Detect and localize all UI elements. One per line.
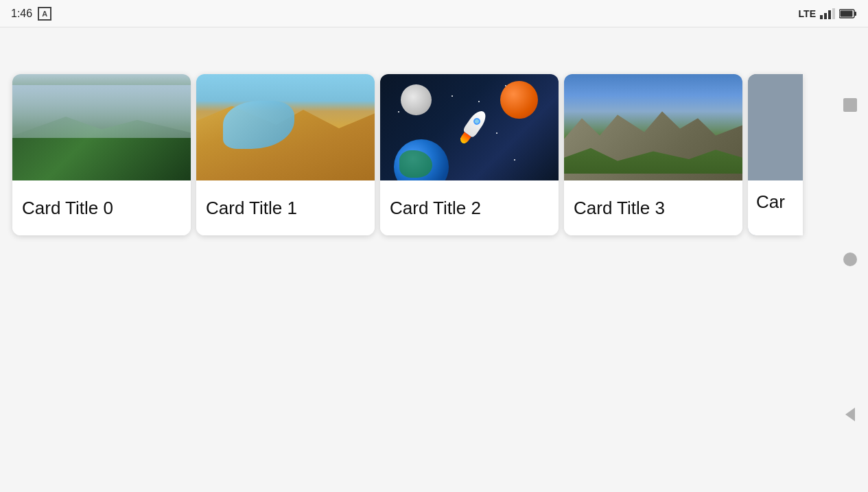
card-3-title: Card Title 3 xyxy=(564,180,742,235)
card-3[interactable]: Card Title 3 xyxy=(564,74,742,235)
card-4-partial[interactable]: Car xyxy=(748,74,803,235)
card-0-image xyxy=(12,74,191,180)
svg-rect-0 xyxy=(820,15,823,19)
card-2[interactable]: Card Title 2 xyxy=(380,74,559,235)
status-time: 1:46 xyxy=(11,8,32,20)
status-bar: 1:46 A LTE xyxy=(0,0,868,27)
battery-icon xyxy=(839,8,857,19)
svg-rect-5 xyxy=(854,12,856,16)
main-content: Card Title 0 Card Title 1 xyxy=(0,27,868,492)
card-2-title: Card Title 2 xyxy=(380,180,559,235)
card-1-title: Card Title 1 xyxy=(196,180,375,235)
svg-rect-1 xyxy=(824,13,827,19)
svg-rect-2 xyxy=(828,10,831,19)
signal-icon xyxy=(820,8,835,19)
status-left: 1:46 A xyxy=(11,7,51,21)
status-right: LTE xyxy=(799,8,857,19)
card-4-image xyxy=(748,74,803,180)
svg-rect-3 xyxy=(832,8,835,19)
card-1-image xyxy=(196,74,375,180)
back-arrow-icon[interactable] xyxy=(845,408,855,421)
card-0-title: Card Title 0 xyxy=(12,180,191,235)
card-0[interactable]: Card Title 0 xyxy=(12,74,191,235)
card-2-image xyxy=(380,74,559,180)
circle-indicator[interactable] xyxy=(843,253,857,266)
card-4-title-partial: Car xyxy=(748,180,803,235)
cards-container: Card Title 0 Card Title 1 xyxy=(0,62,868,248)
svg-rect-6 xyxy=(841,10,853,16)
space-moon xyxy=(401,84,432,115)
space-planet xyxy=(500,81,538,119)
card-3-image xyxy=(564,74,742,180)
card-1[interactable]: Card Title 1 xyxy=(196,74,375,235)
lte-label: LTE xyxy=(799,8,816,19)
keyboard-icon: A xyxy=(38,7,51,21)
